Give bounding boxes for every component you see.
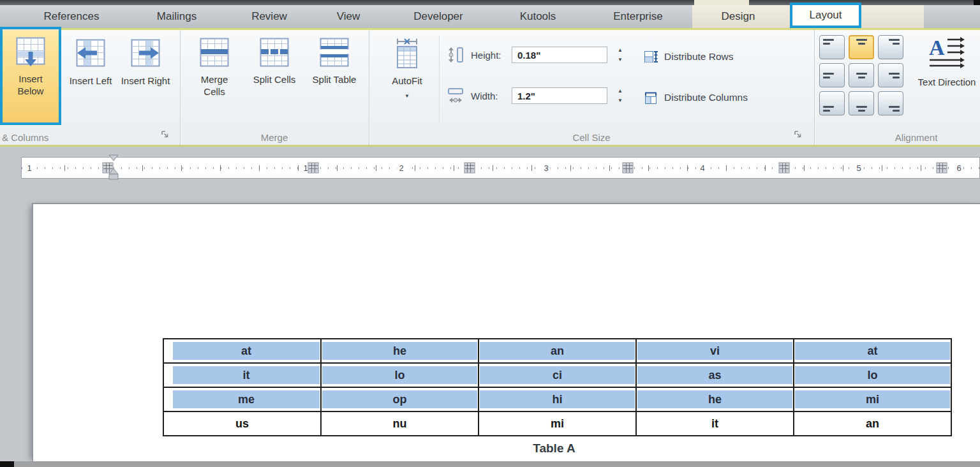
table-cell[interactable]: lo (322, 366, 477, 384)
table-cell[interactable]: it (173, 366, 320, 384)
indent-marker-icon[interactable] (108, 154, 119, 181)
svg-text:A: A (929, 36, 945, 59)
align-bottom-left-button[interactable] (819, 91, 845, 115)
align-center-button[interactable] (849, 63, 874, 87)
width-input[interactable] (512, 87, 607, 104)
tab-design[interactable]: Design (715, 5, 762, 28)
ruler-column-marker[interactable] (779, 163, 790, 174)
table-cell[interactable]: an (795, 415, 950, 433)
bottom-scroll-strip[interactable] (0, 461, 980, 467)
spin-down-icon[interactable]: ▼ (618, 98, 623, 103)
insert-right-icon (130, 36, 161, 70)
align-icon (856, 106, 867, 112)
table-cell[interactable]: mi (480, 415, 635, 433)
height-input[interactable] (512, 47, 607, 63)
table-cell[interactable]: he (322, 342, 477, 360)
insert-left-icon (75, 36, 107, 70)
group-cell-size: AutoFit ▼ Height: ▲ ▼ (369, 30, 815, 145)
align-icon (856, 39, 867, 45)
text-direction-button[interactable]: A Text Direction (914, 34, 980, 88)
align-center-right-button[interactable] (878, 63, 903, 87)
height-spinner[interactable]: ▲ ▼ (618, 48, 623, 63)
tab-mailings[interactable]: Mailings (151, 5, 203, 28)
table-tools-header-strip (694, 0, 749, 5)
distribute-rows-icon (643, 49, 658, 64)
distribute-rows-button[interactable]: Distribute Rows (643, 49, 734, 64)
table-row[interactable]: it lo ci as lo (163, 363, 951, 387)
table-cell[interactable]: hi (480, 390, 635, 408)
width-spinner[interactable]: ▲ ▼ (618, 89, 623, 103)
table-row[interactable]: us nu mi it an (163, 411, 951, 436)
table-cell[interactable]: an (480, 342, 635, 360)
horizontal-ruler[interactable]: 1 1 2 3 4 5 6 (21, 157, 980, 179)
table-cell[interactable]: lo (795, 366, 950, 384)
group-merge: Merge Cells Split Cells (180, 30, 369, 145)
distribute-columns-label: Distribute Columns (664, 92, 748, 103)
row-height-control: Height: ▲ ▼ (447, 44, 623, 66)
table-cell[interactable]: us (165, 415, 320, 433)
tab-enterprise[interactable]: Enterprise (607, 5, 669, 28)
table-cell[interactable]: me (173, 390, 320, 408)
document-page[interactable]: at he an vi at it lo ci as lo me (32, 203, 980, 463)
table-cell[interactable]: mi (795, 390, 950, 408)
table-cell[interactable]: he (637, 390, 792, 408)
table-cell[interactable]: nu (322, 415, 477, 433)
group-label-alignment: Alignment (814, 132, 980, 143)
tab-layout[interactable]: Layout (809, 9, 842, 22)
ruler-number: 4 (698, 163, 706, 173)
align-icon (889, 73, 900, 78)
align-icon (823, 106, 834, 112)
split-cells-button[interactable]: Split Cells (248, 33, 301, 123)
ruler-column-marker[interactable] (623, 163, 634, 174)
merge-cells-button[interactable]: Merge Cells (188, 33, 241, 123)
split-table-button[interactable]: Split Table (308, 33, 361, 123)
spin-up-icon[interactable]: ▲ (618, 89, 623, 94)
table-cell[interactable]: op (322, 390, 477, 408)
insert-left-label: Insert Left (65, 75, 116, 87)
dialog-launcher-icon (160, 130, 170, 139)
tab-references[interactable]: References (38, 5, 106, 28)
word-window: References Mailings Review View Develope… (0, 0, 980, 467)
height-label: Height: (471, 50, 512, 61)
table-cell[interactable]: at (173, 342, 320, 360)
distribute-columns-button[interactable]: Distribute Columns (643, 90, 748, 105)
ruler-number: 6 (954, 163, 963, 173)
ruler-column-marker[interactable] (464, 163, 475, 174)
tab-developer[interactable]: Developer (407, 5, 470, 28)
insert-right-button[interactable]: Insert Right (119, 33, 172, 123)
table-cell[interactable]: vi (637, 342, 792, 360)
align-bottom-right-button[interactable] (878, 91, 903, 115)
table-cell[interactable]: at (795, 342, 950, 360)
table-cell[interactable]: ci (480, 366, 635, 384)
align-top-right-button[interactable] (878, 35, 903, 59)
align-top-left-button[interactable] (819, 35, 845, 59)
table-row[interactable]: at he an vi at (163, 339, 951, 363)
insert-below-button[interactable]: Insert Below (3, 31, 59, 121)
spin-down-icon[interactable]: ▼ (618, 57, 623, 63)
align-icon (889, 39, 900, 45)
ruler-number: 2 (397, 163, 405, 173)
align-center-left-button[interactable] (819, 63, 845, 87)
dialog-launcher-icon (793, 130, 803, 139)
align-top-center-button[interactable] (849, 35, 874, 59)
tab-review[interactable]: Review (245, 5, 293, 28)
table-cell[interactable]: as (637, 366, 792, 384)
tab-kutools[interactable]: Kutools (514, 5, 563, 28)
spin-up-icon[interactable]: ▲ (618, 48, 623, 53)
split-table-icon (318, 36, 350, 68)
tab-view[interactable]: View (330, 5, 367, 28)
table-cell[interactable]: it (637, 415, 792, 433)
group-rows-columns: Insert Below Insert Left (0, 30, 181, 145)
ruler-column-marker[interactable] (937, 163, 947, 174)
ruler-column-marker[interactable] (308, 163, 319, 174)
insert-left-button[interactable]: Insert Left (64, 33, 117, 123)
align-bottom-center-button[interactable] (849, 91, 874, 115)
insert-below-icon (15, 34, 47, 68)
autofit-button[interactable]: AutoFit ▼ (383, 33, 431, 123)
align-icon (889, 106, 900, 112)
word-table[interactable]: at he an vi at it lo ci as lo me (163, 338, 952, 436)
cell-size-dialog-launcher[interactable] (793, 130, 803, 142)
merge-cells-icon (198, 36, 230, 68)
rows-columns-dialog-launcher[interactable] (160, 130, 170, 142)
table-row[interactable]: me op hi he mi (163, 387, 951, 411)
